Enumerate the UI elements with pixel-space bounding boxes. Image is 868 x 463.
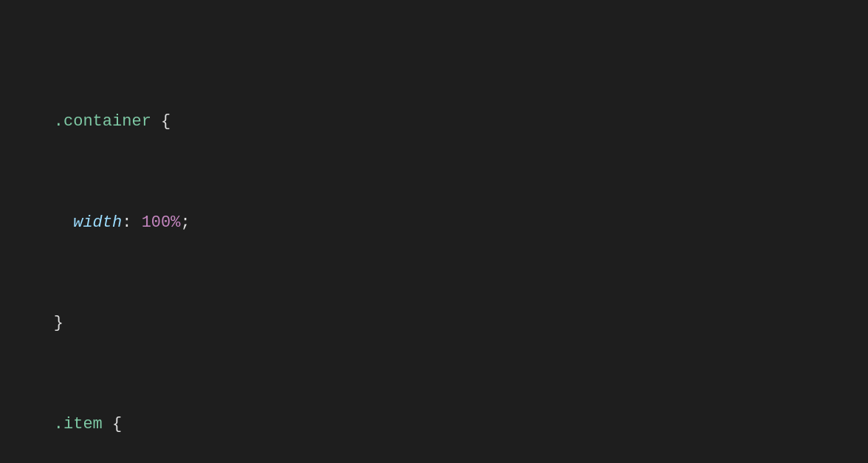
- code-line-3: }: [15, 286, 853, 311]
- brace-close-1: }: [54, 314, 63, 332]
- code-line-1: .container {: [15, 84, 853, 109]
- property-width-1: width: [73, 213, 122, 232]
- brace-open-1: {: [151, 112, 170, 131]
- selector-container: .container: [54, 112, 151, 131]
- code-line-2: width: 100%;: [15, 185, 853, 210]
- code-editor: .container { width: 100%; } .item { widt…: [15, 9, 853, 463]
- value-100pct-1: 100%: [142, 213, 181, 232]
- colon-1: :: [122, 213, 141, 232]
- semicolon-1: ;: [180, 213, 190, 232]
- code-line-4: .item {: [15, 386, 853, 411]
- selector-item-1: .item: [54, 415, 103, 433]
- brace-open-2: {: [103, 415, 122, 433]
